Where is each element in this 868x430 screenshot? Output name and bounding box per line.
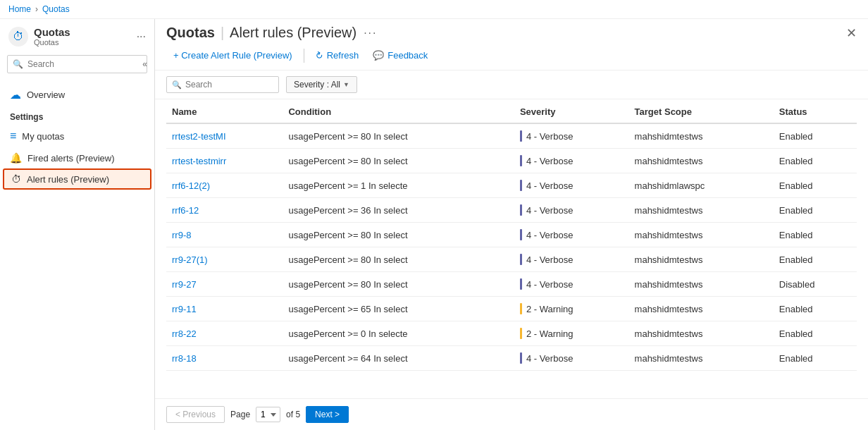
pagination: < Previous Page 1 2 3 4 5 of 5 Next > — [155, 398, 868, 430]
cell-name: rrf6-12 — [166, 198, 283, 223]
severity-chevron-icon: ▼ — [343, 81, 349, 88]
sidebar-item-overview[interactable]: ☁ Overview — [0, 83, 154, 106]
table-row: rrf6-12 usagePercent >= 36 In select 4 -… — [166, 198, 857, 223]
sidebar-sub-label: Quotas — [34, 38, 70, 47]
cell-condition: usagePercent >= 80 In select — [283, 123, 514, 149]
breadcrumb-home[interactable]: Home — [8, 4, 31, 14]
sidebar-more-icon[interactable]: ··· — [137, 30, 146, 43]
sidebar-logo-icon: ⏱ — [8, 27, 28, 47]
alert-rule-link[interactable]: rr9-11 — [172, 304, 197, 314]
severity-text: 4 - Verbose — [526, 353, 574, 364]
alert-rule-link[interactable]: rr9-8 — [172, 230, 191, 240]
sidebar-item-fired-alerts[interactable]: 🔔 Fired alerts (Preview) — [0, 147, 154, 168]
cell-severity: 2 - Warning — [514, 321, 629, 346]
table-header-row: Name Condition Severity Target Scope Sta… — [166, 99, 857, 123]
cell-status: Enabled — [774, 149, 857, 173]
severity-bar-icon — [520, 155, 522, 166]
cell-condition: usagePercent >= 80 In select — [283, 247, 514, 272]
cell-name: rrtest-testmirr — [166, 149, 283, 173]
page-select-wrapper: 1 2 3 4 5 — [256, 407, 280, 422]
page-close-icon[interactable]: ✕ — [846, 25, 857, 41]
cell-target-scope: mahshidmlawspc — [629, 173, 774, 198]
filter-search-wrapper: 🔍 — [166, 76, 279, 93]
severity-text: 4 - Verbose — [526, 230, 574, 240]
table-row: rrf6-12(2) usagePercent >= 1 In selecte … — [166, 173, 857, 198]
sidebar-header: ⏱ Quotas Quotas ··· — [0, 19, 154, 51]
sidebar-search-wrapper: 🔍 « — [0, 51, 154, 78]
cell-severity: 4 - Verbose — [514, 346, 629, 371]
severity-filter[interactable]: Severity : All ▼ — [286, 76, 357, 93]
cell-status: Enabled — [774, 173, 857, 198]
severity-filter-label: Severity : All — [294, 80, 340, 90]
cell-target-scope: mahshidmtestws — [629, 223, 774, 247]
cell-status: Enabled — [774, 346, 857, 371]
cell-target-scope: mahshidmtestws — [629, 297, 774, 321]
filter-search-icon: 🔍 — [172, 80, 182, 90]
severity-text: 2 - Warning — [526, 328, 574, 339]
cell-condition: usagePercent >= 80 In select — [283, 223, 514, 247]
alert-rule-link[interactable]: rr9-27(1) — [172, 254, 208, 265]
severity-text: 4 - Verbose — [526, 205, 574, 216]
prev-button[interactable]: < Previous — [166, 406, 225, 423]
sidebar-my-quotas-label: My quotas — [22, 131, 64, 142]
cell-name: rr8-18 — [166, 346, 283, 371]
refresh-icon: ↻ — [314, 49, 326, 61]
cell-condition: usagePercent >= 64 In select — [283, 346, 514, 371]
cell-status: Enabled — [774, 223, 857, 247]
sidebar-alert-rules-label: Alert rules (Preview) — [27, 174, 109, 185]
alert-rule-link[interactable]: rrf6-12 — [172, 205, 199, 216]
cell-status: Enabled — [774, 297, 857, 321]
filter-search-input[interactable] — [166, 76, 279, 93]
sidebar-collapse-icon[interactable]: « — [142, 59, 147, 69]
table-row: rrtest2-testMI usagePercent >= 80 In sel… — [166, 123, 857, 149]
cell-status: Enabled — [774, 198, 857, 223]
breadcrumb: Home › Quotas — [0, 0, 868, 19]
alert-rule-link[interactable]: rrtest-testmirr — [172, 156, 226, 166]
content-area: Quotas | Alert rules (Preview) ··· ✕ + C… — [155, 19, 868, 430]
col-header-target-scope: Target Scope — [629, 99, 774, 123]
refresh-button[interactable]: ↻ Refresh — [309, 47, 366, 64]
table-row: rr9-11 usagePercent >= 65 In select 2 - … — [166, 297, 857, 321]
severity-text: 4 - Verbose — [526, 279, 574, 290]
severity-bar-icon — [520, 278, 522, 290]
cell-severity: 4 - Verbose — [514, 123, 629, 149]
alert-rules-icon: ⏱ — [11, 173, 21, 185]
severity-bar-icon — [520, 130, 522, 142]
cell-target-scope: mahshidmtestws — [629, 346, 774, 371]
sidebar-item-my-quotas[interactable]: ≡ My quotas — [0, 125, 154, 147]
alert-rule-link[interactable]: rrtest2-testMI — [172, 131, 226, 142]
cell-severity: 4 - Verbose — [514, 223, 629, 247]
sidebar-search-input[interactable] — [7, 55, 147, 73]
alert-rule-link[interactable]: rr9-27 — [172, 279, 197, 290]
cell-condition: usagePercent >= 0 In selecte — [283, 321, 514, 346]
feedback-icon: 💬 — [373, 50, 384, 61]
table-row: rr9-27(1) usagePercent >= 80 In select 4… — [166, 247, 857, 272]
cell-condition: usagePercent >= 65 In select — [283, 297, 514, 321]
alert-rule-link[interactable]: rrf6-12(2) — [172, 180, 210, 191]
cell-target-scope: mahshidmtestws — [629, 321, 774, 346]
cell-severity: 4 - Verbose — [514, 173, 629, 198]
cell-condition: usagePercent >= 80 In select — [283, 272, 514, 297]
overview-icon: ☁ — [10, 88, 21, 102]
col-header-status: Status — [774, 99, 857, 123]
cell-status: Disabled — [774, 272, 857, 297]
toolbar-separator — [304, 49, 304, 63]
alert-rule-link[interactable]: rr8-22 — [172, 328, 197, 339]
cell-severity: 4 - Verbose — [514, 149, 629, 173]
alert-rule-link[interactable]: rr8-18 — [172, 353, 197, 364]
page-title-sub: Alert rules (Preview) — [230, 25, 356, 41]
alert-rules-table: Name Condition Severity Target Scope Sta… — [166, 99, 857, 371]
cell-condition: usagePercent >= 80 In select — [283, 149, 514, 173]
page-of-label: of 5 — [286, 410, 300, 419]
feedback-button[interactable]: 💬 Feedback — [366, 47, 435, 64]
sidebar-item-alert-rules[interactable]: ⏱ Alert rules (Preview) — [3, 168, 151, 190]
create-alert-rule-button[interactable]: + Create Alert Rule (Preview) — [166, 47, 299, 64]
next-button[interactable]: Next > — [306, 406, 349, 423]
cell-name: rrf6-12(2) — [166, 173, 283, 198]
page-select[interactable]: 1 2 3 4 5 — [256, 407, 280, 422]
cell-target-scope: mahshidmtestws — [629, 198, 774, 223]
page-more-icon[interactable]: ··· — [364, 27, 377, 39]
breadcrumb-quotas[interactable]: Quotas — [42, 4, 70, 14]
severity-bar-icon — [520, 328, 522, 339]
quotas-icon: ≡ — [10, 130, 16, 142]
